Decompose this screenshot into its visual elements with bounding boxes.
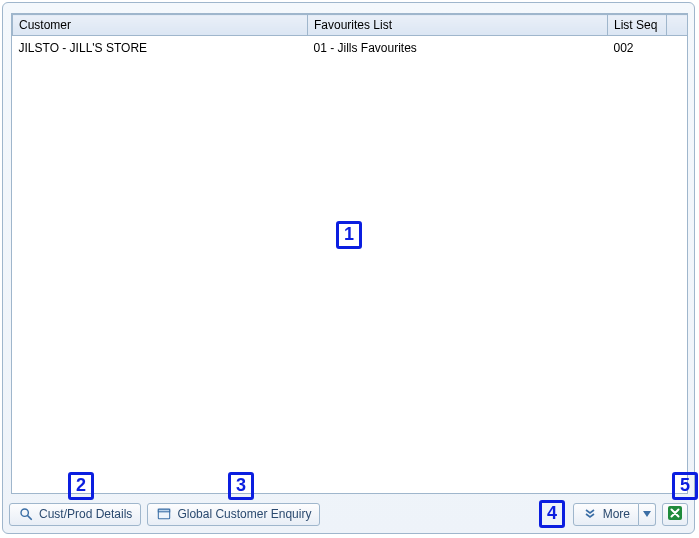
cell-listseq: 002	[608, 36, 667, 61]
window-icon	[156, 506, 172, 522]
double-chevron-down-icon	[582, 506, 598, 522]
cell-customer: JILSTO - JILL'S STORE	[13, 36, 308, 61]
caret-down-icon	[643, 507, 651, 521]
table-header-row: Customer Favourites List List Seq	[13, 15, 688, 36]
column-header-customer[interactable]: Customer	[13, 15, 308, 36]
global-customer-enquiry-button[interactable]: Global Customer Enquiry	[147, 503, 320, 526]
annotation-2: 2	[68, 472, 94, 500]
cust-prod-details-label: Cust/Prod Details	[39, 507, 132, 521]
excel-icon	[667, 505, 683, 524]
results-table-container: Customer Favourites List List Seq JILSTO…	[11, 13, 688, 494]
cust-prod-details-button[interactable]: Cust/Prod Details	[9, 503, 141, 526]
table-row[interactable]: JILSTO - JILL'S STORE 01 - Jills Favouri…	[13, 36, 688, 61]
column-header-gutter	[667, 15, 688, 36]
annotation-4: 4	[539, 500, 565, 528]
svg-line-1	[28, 516, 32, 520]
more-dropdown-button[interactable]	[639, 503, 656, 526]
bottom-toolbar: Cust/Prod Details Global Customer Enquir…	[9, 501, 688, 527]
annotation-5: 5	[672, 472, 698, 500]
more-button[interactable]: More	[573, 503, 639, 526]
more-button-group: More	[573, 503, 656, 526]
global-customer-enquiry-label: Global Customer Enquiry	[177, 507, 311, 521]
cell-gutter	[667, 36, 688, 61]
annotation-3: 3	[228, 472, 254, 500]
export-excel-button[interactable]	[662, 503, 688, 526]
svg-rect-3	[159, 509, 170, 512]
column-header-listseq[interactable]: List Seq	[608, 15, 667, 36]
panel-frame: Customer Favourites List List Seq JILSTO…	[2, 2, 695, 534]
annotation-1: 1	[336, 221, 362, 249]
results-table: Customer Favourites List List Seq JILSTO…	[12, 14, 688, 60]
cell-favourites: 01 - Jills Favourites	[308, 36, 608, 61]
magnifier-icon	[18, 506, 34, 522]
svg-marker-4	[643, 511, 651, 517]
more-label: More	[603, 507, 630, 521]
column-header-favourites[interactable]: Favourites List	[308, 15, 608, 36]
